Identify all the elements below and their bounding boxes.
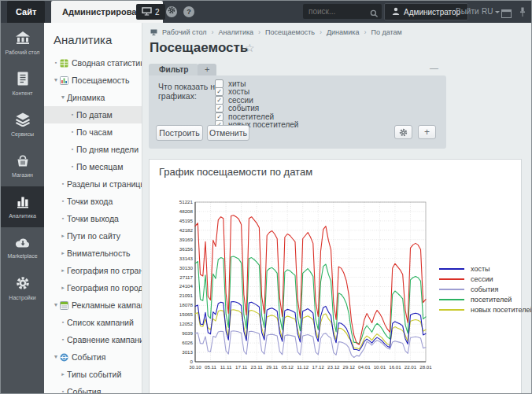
- gear-icon: [399, 128, 408, 137]
- svg-text:39169: 39169: [179, 237, 194, 242]
- svg-text:05.12: 05.12: [281, 364, 294, 370]
- fullscreen-icon[interactable]: [501, 7, 512, 21]
- user-name: Администратор: [404, 8, 460, 17]
- summary-stats-icon: [60, 59, 68, 68]
- checkbox-row-sessions[interactable]: ✓ сессии: [215, 96, 298, 105]
- rail-item-analytics[interactable]: Аналитика: [1, 186, 44, 227]
- logout-link[interactable]: Выйти: [456, 1, 479, 23]
- cancel-button[interactable]: Отменить: [207, 125, 249, 141]
- sidebar-item-events[interactable]: ▼ События: [44, 348, 142, 366]
- sidebar-item-event-types[interactable]: ▸ Типы событий: [44, 366, 142, 383]
- svg-text:10.01: 10.01: [374, 364, 386, 370]
- search-icon[interactable]: [370, 7, 379, 21]
- breadcrumb-item[interactable]: Посещаемость: [265, 28, 315, 36]
- rail-item-content[interactable]: Контент: [1, 64, 44, 105]
- checkbox-row-events[interactable]: ✓ события: [215, 105, 298, 113]
- svg-text:0: 0: [190, 359, 194, 364]
- sidebar-item-dynamics[interactable]: ▼ Динамика: [44, 89, 142, 106]
- legend-swatch: [439, 289, 464, 290]
- gear-icon[interactable]: [166, 6, 177, 17]
- breadcrumb-item[interactable]: По датам: [371, 28, 401, 36]
- user-icon: [392, 7, 400, 17]
- sidebar-item-events-list[interactable]: ▪ События: [44, 383, 142, 394]
- svg-text:12052: 12052: [179, 321, 194, 326]
- sidebar-item-exit-points[interactable]: ▪ Точки выхода: [44, 210, 142, 227]
- search-input[interactable]: [303, 4, 371, 19]
- breadcrumb-item[interactable]: Рабочий стол: [162, 28, 207, 36]
- sidebar-item-geo-countries[interactable]: ▸ География по странам: [44, 262, 142, 279]
- rail-item-marketplace[interactable]: Marketplace: [1, 227, 44, 268]
- rail-item-services[interactable]: Сервисы: [1, 105, 44, 145]
- sidebar-item-by-dates[interactable]: ▪ По датам: [44, 106, 142, 123]
- sidebar-item-by-months[interactable]: ▪ По месяцам: [44, 158, 142, 175]
- svg-text:48208: 48208: [179, 208, 194, 214]
- add-filter-tab[interactable]: +: [198, 64, 216, 75]
- gear-icon: [16, 276, 30, 293]
- checkbox: [215, 79, 224, 88]
- pin-icon[interactable]: [519, 6, 526, 20]
- sidebar-item-campaign-list[interactable]: ▪ Список кампаний: [44, 314, 142, 331]
- desktop-icon: [150, 29, 157, 35]
- legend-swatch: [439, 309, 464, 311]
- svg-text:28.01: 28.01: [419, 364, 432, 370]
- page-title: Посещаемость: [150, 40, 248, 56]
- breadcrumb-item[interactable]: Аналитика: [219, 28, 254, 36]
- layers-icon: [15, 112, 31, 130]
- breadcrumb-item[interactable]: Динамика: [327, 28, 359, 36]
- sidebar-item-summary-stats[interactable]: ▪ Сводная статистика: [44, 54, 142, 72]
- notifications-button[interactable]: 2: [136, 4, 165, 20]
- collapse-filter-icon[interactable]: —: [430, 63, 438, 72]
- svg-text:15065: 15065: [179, 311, 194, 317]
- rail-item-shop[interactable]: Магазин: [1, 145, 44, 186]
- checkbox: ✓: [215, 96, 224, 105]
- legend-item: события: [439, 284, 532, 294]
- module-rail: Рабочий стол Контент Сервисы Магазин Ана…: [1, 23, 44, 393]
- svg-text:36156: 36156: [179, 246, 194, 252]
- legend-item: сессии: [439, 274, 532, 284]
- sidebar-item-ad-campaigns[interactable]: ▼ Рекламные кампании: [44, 296, 142, 314]
- filter-body: Что показать награфиках: хиты ✓ хосты ✓ …: [149, 75, 446, 149]
- sidebar-item-attention[interactable]: ▸ Внимательность: [44, 245, 142, 262]
- rail-item-label: Marketplace: [7, 253, 37, 260]
- help-icon[interactable]: ?: [183, 6, 194, 17]
- rail-item-desktop[interactable]: Рабочий стол: [1, 23, 44, 64]
- svg-text:16.01: 16.01: [389, 364, 401, 370]
- sidebar-item-sections-pages[interactable]: ▪ Разделы и страницы: [44, 175, 142, 193]
- rail-item-label: Контент: [13, 90, 33, 97]
- chart-card: График посещаемости по датам 51221482084…: [149, 159, 522, 394]
- filter-settings-button[interactable]: [394, 125, 412, 139]
- language-selector[interactable]: RU: [482, 1, 500, 23]
- sidebar-item-site-paths[interactable]: ▸ Пути по сайту: [44, 227, 142, 245]
- sidebar-item-entry-points[interactable]: ▪ Точки входа: [44, 193, 142, 210]
- notification-count: 2: [155, 8, 160, 17]
- checkbox: ✓: [215, 112, 224, 121]
- sidebar-item-traffic[interactable]: ▼ Посещаемость: [44, 72, 142, 89]
- svg-text:51221: 51221: [179, 199, 194, 204]
- rail-item-label: Аналитика: [9, 213, 36, 219]
- rail-item-label: Рабочий стол: [6, 50, 40, 56]
- checkbox-row-visitors[interactable]: ✓ посетителей: [215, 112, 298, 121]
- tab-filter[interactable]: Фильтр: [149, 64, 198, 75]
- checkbox-row-hosts[interactable]: ✓ хосты: [215, 88, 298, 97]
- checkbox-row-hits[interactable]: хиты: [215, 79, 298, 88]
- sidebar-item-geo-cities[interactable]: ▸ География по городам: [44, 279, 142, 296]
- sidebar-item-by-weekdays[interactable]: ▪ По дням недели: [44, 141, 142, 158]
- svg-text:21091: 21091: [179, 293, 194, 298]
- svg-text:04.01: 04.01: [358, 364, 371, 370]
- svg-text:17.11: 17.11: [235, 364, 248, 370]
- rail-item-label: Магазин: [12, 172, 33, 179]
- rail-item-label: Сервисы: [11, 131, 34, 138]
- admin-window: Сайт Администрирование 2 ? Администратор…: [0, 0, 532, 394]
- monitor-icon: [142, 7, 152, 17]
- sidebar-item-by-hours[interactable]: ▪ По часам: [44, 123, 142, 141]
- svg-text:23.12: 23.12: [327, 364, 340, 370]
- svg-text:45195: 45195: [179, 218, 194, 223]
- rail-item-settings[interactable]: Настройки: [1, 268, 44, 309]
- build-button[interactable]: Построить: [156, 125, 203, 141]
- add-field-button[interactable]: +: [418, 125, 436, 139]
- tab-site[interactable]: Сайт: [7, 1, 45, 23]
- favorite-star-icon[interactable]: ☆: [245, 42, 255, 54]
- svg-text:27117: 27117: [179, 274, 193, 280]
- filter-field-label: Что показать награфиках:: [158, 82, 221, 101]
- sidebar-item-campaign-compare[interactable]: ▪ Сравнение кампаний: [44, 331, 142, 348]
